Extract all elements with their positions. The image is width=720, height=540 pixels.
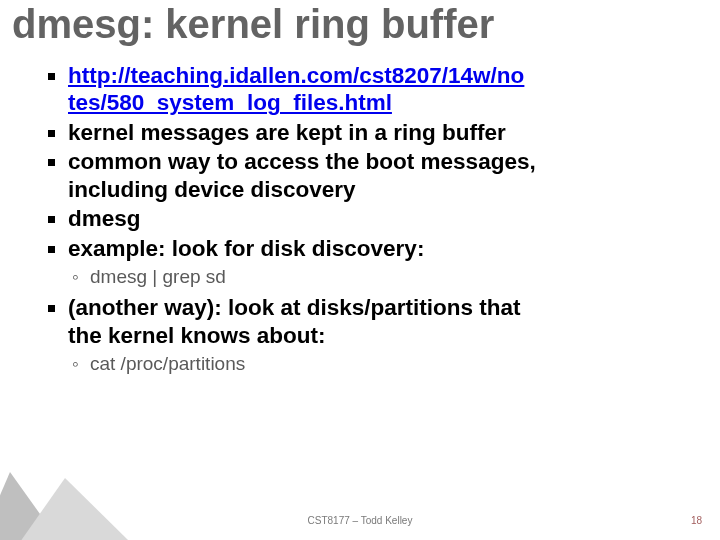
svg-marker-1	[0, 472, 60, 540]
slide-title: dmesg: kernel ring buffer	[12, 2, 494, 47]
bullet-item: dmesg	[48, 205, 688, 232]
svg-marker-2	[20, 478, 130, 540]
url-link[interactable]: http://teaching.idallen.com/cst8207/14w/…	[68, 63, 524, 115]
sub-bullet: cat /proc/partitions	[68, 352, 688, 375]
bullet-item: example: look for disk discovery: dmesg …	[48, 235, 688, 289]
slide-body: http://teaching.idallen.com/cst8207/14w/…	[48, 62, 688, 381]
bullet-list: http://teaching.idallen.com/cst8207/14w/…	[48, 62, 688, 375]
bullet-item: common way to access the boot messages, …	[48, 148, 688, 203]
slide: dmesg: kernel ring buffer http://teachin…	[0, 0, 720, 540]
page-number: 18	[691, 515, 702, 526]
sub-bullet: dmesg | grep sd	[68, 265, 688, 288]
bullet-link: http://teaching.idallen.com/cst8207/14w/…	[48, 62, 688, 117]
corner-decoration	[0, 472, 160, 540]
bullet-item: (another way): look at disks/partitions …	[48, 294, 688, 375]
bullet-item: kernel messages are kept in a ring buffe…	[48, 119, 688, 146]
footer-text: CST8177 – Todd Kelley	[0, 515, 720, 526]
svg-marker-0	[0, 472, 20, 540]
